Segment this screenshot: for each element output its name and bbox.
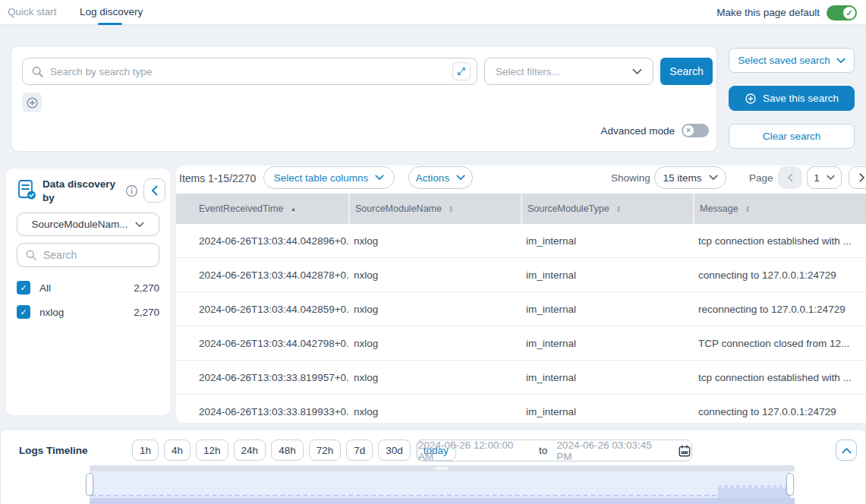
tab-log-discovery[interactable]: Log discovery [80,0,143,25]
table-row[interactable]: 2024-06-26T13:03:33.819933+0... nxlog im… [176,395,866,423]
column-label: SourceModuleName [355,203,442,214]
cell-module-type: im_internal [521,258,693,291]
data-discovery-title: Data discovery by [43,178,128,204]
sort-icon[interactable]: ▲▼ [745,205,750,213]
facet-item-nxlog: ✓ nxlog 2,270 [17,304,159,320]
timeline-track[interactable] [90,465,795,471]
cell-module-type: im_internal [521,292,693,326]
timeline-brush-selection[interactable] [90,471,790,498]
range-4h-button[interactable]: 4h [164,439,191,461]
chevron-right-icon [859,173,865,182]
date-range-picker[interactable]: 2024-06-26 12:00:00 AM to 2024-06-26 03:… [417,439,692,461]
document-check-icon [17,179,37,200]
make-default-label: Make this page default [716,7,820,18]
save-this-search-button[interactable]: Save this search [729,86,855,111]
range-48h-button[interactable]: 48h [271,439,304,461]
filters-select[interactable]: Select filters... [484,58,653,85]
table-row[interactable]: 2024-06-26T13:03:33.819957+0... nxlog im… [176,361,866,395]
chevron-left-icon [787,173,793,182]
chevron-down-icon [827,175,835,181]
facet-search-input[interactable] [43,249,151,261]
actions-label: Actions [416,172,449,184]
actions-button[interactable]: Actions [408,166,473,189]
page-size-select[interactable]: 15 items [654,166,726,189]
logs-timeline-title: Logs Timeline [19,445,88,456]
range-24h-button[interactable]: 24h [234,439,266,461]
chevron-up-icon [842,447,852,454]
histogram-bars [718,488,790,498]
checkbox-all[interactable]: ✓ [17,281,30,295]
range-7d-button[interactable]: 7d [346,439,373,461]
column-header-sourcemoduletype[interactable]: SourceModuleType ▲▼ [521,194,693,224]
chevron-down-icon [375,175,384,181]
clear-search-button[interactable]: Clear search [729,124,855,149]
advanced-mode-label: Advanced mode [600,125,675,137]
facet-label: nxlog [39,307,64,318]
cell-message: tcp connection established with ... [693,224,866,257]
sort-icon[interactable]: ▲▼ [449,205,453,213]
cell-module-name: nxlog [348,326,521,360]
column-header-sourcemodulename[interactable]: SourceModuleName ▲▼ [348,194,521,224]
facet-count: 2,270 [134,307,159,318]
search-icon [25,249,37,261]
top-tab-bar: Quick start Log discovery Make this page… [0,0,866,25]
discovery-field-select[interactable]: SourceModuleNam... [17,213,159,236]
timeline-axis-strip [90,498,795,504]
table-row[interactable]: 2024-06-26T13:03:44.042859+0... nxlog im… [176,292,866,326]
expand-search-button[interactable] [452,62,471,80]
prev-page-button[interactable] [778,166,802,189]
sort-icon[interactable]: ▲▼ [616,205,621,213]
brush-handle-right[interactable] [786,473,794,496]
column-header-eventreceivedtime[interactable]: EventReceivedTime ▲ [176,194,348,224]
sort-asc-icon[interactable]: ▲ [290,206,296,213]
info-icon[interactable] [125,184,138,197]
facet-item-all: ✓ All 2,270 [17,279,159,296]
chevron-down-icon [135,222,144,228]
next-page-button[interactable] [849,166,866,189]
facet-count: 2,270 [134,282,159,294]
toggle-check-icon: ✓ [843,7,855,19]
select-table-columns-button[interactable]: Select table columns [263,166,395,189]
add-search-row-button[interactable] [22,93,42,112]
make-default-toggle[interactable]: ✓ [827,5,857,20]
range-72h-button[interactable]: 72h [309,439,342,461]
range-12h-button[interactable]: 12h [196,439,228,461]
save-this-search-label: Save this search [763,93,839,104]
page-number-select[interactable]: 1 [807,166,842,189]
tab-quick-start[interactable]: Quick start [8,0,57,25]
checkbox-nxlog[interactable]: ✓ [17,305,30,319]
chevron-down-icon [709,175,718,181]
range-30d-button[interactable]: 30d [378,439,411,461]
page-label: Page [749,172,773,184]
cell-time: 2024-06-26T13:03:44.042878+0... [176,258,348,291]
search-button[interactable]: Search [660,58,713,85]
brush-handle-left[interactable] [86,473,93,496]
select-saved-search-button[interactable]: Select saved search [729,48,855,73]
facet-label: All [39,282,51,294]
range-1h-button[interactable]: 1h [132,439,159,461]
cell-module-type: im_internal [521,224,693,257]
collapse-timeline-button[interactable] [836,439,857,461]
table-row[interactable]: 2024-06-26T13:03:44.042878+0... nxlog im… [176,258,866,292]
results-table-panel: Items 1-15/2270 Select table columns Act… [176,165,866,423]
date-to-value: 2024-06-26 03:03:45 PM [556,439,669,462]
chevron-down-icon [456,175,465,181]
search-icon [31,65,44,78]
facet-search-container [17,243,159,267]
cell-message: tcp connection established with ... [693,361,866,394]
search-input[interactable] [50,66,446,77]
calendar-icon [678,444,691,458]
advanced-mode-toggle[interactable]: × [682,124,709,137]
table-row[interactable]: 2024-06-26T13:03:44.042896+0... nxlog im… [176,224,866,258]
table-row[interactable]: 2024-06-26T13:03:44.042798+0... nxlog im… [176,326,866,361]
cell-module-name: nxlog [348,361,521,394]
cell-module-type: im_internal [521,326,693,360]
discovery-field-value: SourceModuleNam... [32,219,128,230]
cell-module-name: nxlog [348,292,521,326]
column-header-message[interactable]: Message ▲▼ [693,194,866,224]
chevron-left-icon [151,185,158,196]
page-number-value: 1 [814,172,820,184]
cell-module-type: im_internal [521,361,693,394]
collapse-sidebar-button[interactable] [143,178,165,203]
cell-time: 2024-06-26T13:03:33.819957+0... [176,361,348,394]
